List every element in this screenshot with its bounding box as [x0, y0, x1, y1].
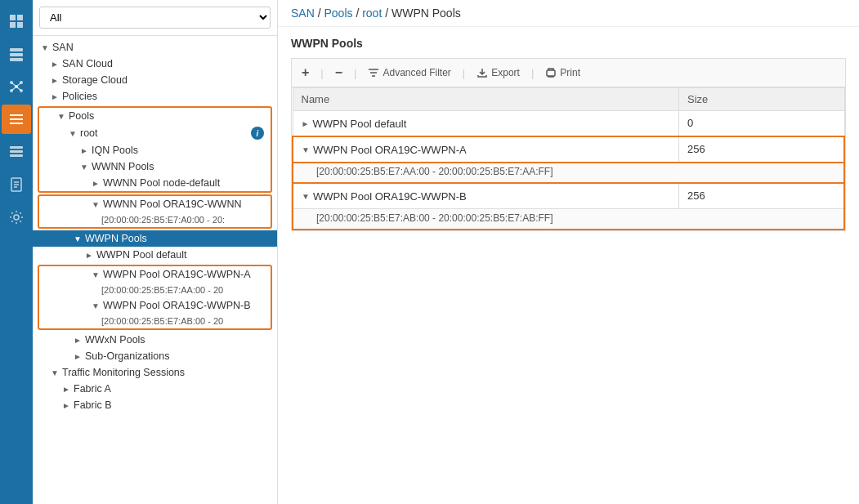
sidebar-item-wwpn-ora19c-a-range: [20:00:00:25:B5:E7:AA:00 - 20	[39, 283, 271, 297]
svg-rect-20	[10, 150, 23, 153]
breadcrumb-sep2: /	[356, 7, 362, 20]
list-nav-icon[interactable]	[2, 137, 31, 167]
content-area: WWPN Pools + | − | Advanced Filter | Exp…	[278, 27, 859, 504]
sidebar-item-san[interactable]: ▼ SAN	[33, 39, 277, 56]
sidebar-item-san-cloud[interactable]: ► SAN Cloud	[33, 56, 277, 72]
root-label: root	[80, 127, 248, 139]
sidebar-item-wwnn-node-default[interactable]: ► WWNN Pool node-default	[39, 175, 271, 191]
toolbar-sep1: |	[320, 67, 323, 79]
table-row[interactable]: ► WWPN Pool default 0	[293, 111, 844, 137]
wwpn-table: Name Size ► WWPN Pool default 0	[292, 87, 845, 230]
table-row[interactable]: ▼ WWPN Pool ORA19C-WWPN-B 256	[293, 183, 844, 209]
svg-rect-3	[17, 22, 23, 28]
table-row[interactable]: ▼ WWPN Pool ORA19C-WWPN-A 256	[293, 136, 844, 163]
apps-nav-icon[interactable]	[2, 7, 31, 36]
add-button[interactable]: +	[298, 64, 312, 82]
toolbar-sep2: |	[354, 67, 356, 79]
row3-size: 256	[679, 183, 845, 209]
wwpn-ora19c-b-arrow: ▼	[90, 300, 101, 311]
sidebar-item-wwpn-default[interactable]: ► WWPN Pool default	[33, 247, 277, 263]
sidebar-item-policies[interactable]: ► Policies	[33, 88, 277, 105]
row3-arrow: ▼	[302, 192, 310, 201]
sidebar-item-storage-cloud[interactable]: ► Storage Cloud	[33, 72, 277, 88]
menu-nav-icon[interactable]	[2, 105, 31, 134]
remove-button[interactable]: −	[332, 64, 346, 82]
svg-line-13	[16, 83, 21, 87]
sidebar-item-wwnn-pools[interactable]: ▼ WWNN Pools	[39, 158, 271, 175]
server-nav-icon[interactable]	[2, 39, 31, 69]
svg-rect-18	[10, 123, 23, 124]
row2-name: ▼ WWPN Pool ORA19C-WWPN-A	[293, 136, 679, 163]
sidebar-item-fabric-a[interactable]: ► Fabric A	[33, 381, 277, 397]
row1-arrow: ►	[302, 119, 310, 128]
table-sub-row: [20:00:00:25:B5:E7:AB:00 - 20:00:00:25:B…	[293, 209, 844, 230]
pools-label: Pools	[69, 110, 264, 122]
main-content: SAN / Pools / root / WWPN Pools WWPN Poo…	[278, 0, 859, 504]
data-table-wrapper: Name Size ► WWPN Pool default 0	[291, 87, 846, 231]
wwnn-arrow: ▼	[78, 161, 90, 172]
traffic-arrow: ▼	[49, 367, 60, 378]
storage-cloud-arrow: ►	[49, 74, 60, 86]
svg-rect-21	[10, 154, 23, 157]
sidebar: All ▼ SAN ► SAN Cloud ► Storage Cloud ► …	[33, 0, 278, 504]
row1-size: 0	[679, 111, 845, 137]
breadcrumb-current: WWPN Pools	[391, 7, 461, 20]
sidebar-item-traffic[interactable]: ▼ Traffic Monitoring Sessions	[33, 364, 277, 381]
col-header-size: Size	[679, 88, 845, 111]
filter-button[interactable]: Advanced Filter	[365, 65, 454, 80]
sidebar-item-pools[interactable]: ▼ Pools	[39, 108, 271, 124]
svg-rect-27	[547, 70, 555, 76]
sidebar-item-wwxn-pools[interactable]: ► WWxN Pools	[33, 332, 277, 348]
pools-arrow: ▼	[56, 110, 67, 122]
sidebar-item-sub-orgs[interactable]: ► Sub-Organizations	[33, 348, 277, 364]
network-nav-icon[interactable]	[2, 72, 31, 101]
sub-orgs-label: Sub-Organizations	[85, 350, 271, 362]
breadcrumb-root[interactable]: root	[362, 7, 382, 20]
sidebar-filter-dropdown[interactable]: All	[33, 0, 277, 36]
doc-nav-icon[interactable]	[2, 170, 31, 199]
sidebar-tree: ▼ SAN ► SAN Cloud ► Storage Cloud ► Poli…	[33, 36, 277, 504]
row2-sub: [20:00:00:25:B5:E7:AA:00 - 20:00:00:25:B…	[293, 163, 844, 184]
export-button[interactable]: Export	[473, 65, 523, 80]
wwpn-default-arrow: ►	[83, 249, 95, 261]
breadcrumb-pools[interactable]: Pools	[324, 7, 352, 20]
sidebar-item-iqn-pools[interactable]: ► IQN Pools	[39, 142, 271, 158]
policies-label: Policies	[62, 91, 271, 102]
breadcrumb-san[interactable]: SAN	[291, 7, 315, 20]
filter-label: Advanced Filter	[383, 67, 450, 78]
gear-nav-icon[interactable]	[2, 203, 31, 232]
wwpn-ora19c-a-range: [20:00:00:25:B5:E7:AA:00 - 20	[101, 285, 264, 295]
sidebar-item-fabric-b[interactable]: ► Fabric B	[33, 397, 277, 413]
sidebar-item-wwnn-ora19c-range: [20:00:00:25:B5:E7:A0:00 - 20:	[39, 212, 271, 227]
print-button[interactable]: Print	[542, 65, 584, 80]
sidebar-item-wwnn-ora19c[interactable]: ▼ WWNN Pool ORA19C-WWNN	[39, 196, 271, 212]
traffic-label: Traffic Monitoring Sessions	[62, 367, 271, 378]
svg-point-26	[14, 215, 19, 220]
sidebar-item-wwpn-ora19c-b[interactable]: ▼ WWPN Pool ORA19C-WWPN-B	[39, 297, 271, 314]
breadcrumb: SAN / Pools / root / WWPN Pools	[278, 0, 859, 27]
export-icon	[476, 67, 488, 78]
toolbar-sep4: |	[531, 67, 534, 79]
svg-rect-5	[10, 53, 23, 56]
row3-name: ▼ WWPN Pool ORA19C-WWPN-B	[293, 183, 679, 209]
svg-rect-16	[10, 114, 23, 116]
sidebar-item-wwpn-ora19c-a[interactable]: ▼ WWPN Pool ORA19C-WWPN-A	[39, 266, 271, 283]
san-label: SAN	[52, 42, 271, 53]
sidebar-item-root[interactable]: ▼ root i	[39, 124, 271, 142]
export-label: Export	[491, 67, 520, 78]
wwnn-pools-label: WWNN Pools	[92, 161, 264, 172]
sub-orgs-arrow: ►	[72, 350, 83, 362]
content-title: WWPN Pools	[291, 37, 846, 50]
row1-name: ► WWPN Pool default	[293, 111, 679, 137]
wwnn-node-default-label: WWNN Pool node-default	[103, 177, 264, 189]
root-arrow: ▼	[67, 127, 78, 139]
filter-select[interactable]: All	[39, 7, 271, 29]
wwnn-ora19c-highlight-box: ▼ WWNN Pool ORA19C-WWNN [20:00:00:25:B5:…	[38, 194, 272, 229]
print-label: Print	[560, 67, 580, 78]
row3-sub: [20:00:00:25:B5:E7:AB:00 - 20:00:00:25:B…	[293, 209, 844, 230]
table-sub-row: [20:00:00:25:B5:E7:AA:00 - 20:00:00:25:B…	[293, 163, 844, 184]
wwpn-ora19c-highlight-box: ▼ WWPN Pool ORA19C-WWPN-A [20:00:00:25:B…	[38, 265, 272, 330]
wwnn-ora19c-label: WWNN Pool ORA19C-WWNN	[103, 198, 264, 210]
sidebar-item-wwpn-pools[interactable]: ▼ WWPN Pools	[33, 230, 277, 247]
fabric-a-arrow: ►	[60, 383, 72, 395]
